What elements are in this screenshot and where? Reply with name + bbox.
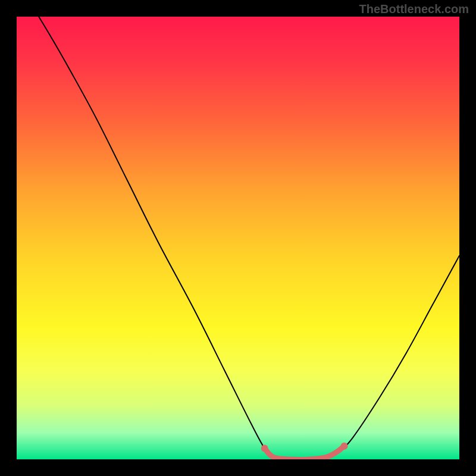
- optimal-end-dot: [341, 443, 348, 450]
- gradient-background: [17, 17, 459, 459]
- watermark-text: TheBottleneck.com: [359, 2, 469, 16]
- optimal-start-dot: [261, 444, 268, 452]
- chart-container: TheBottleneck.com: [0, 0, 476, 476]
- chart-svg: [17, 17, 459, 459]
- plot-area: [17, 17, 459, 459]
